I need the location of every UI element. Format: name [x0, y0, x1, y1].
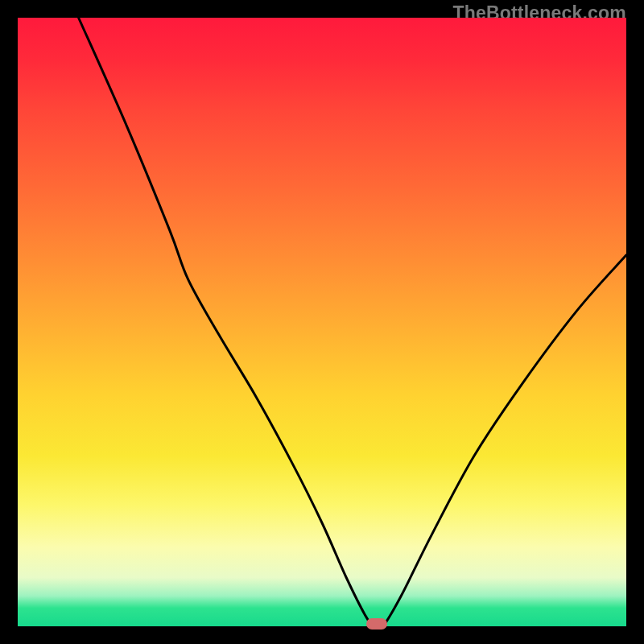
- chart-frame: TheBottleneck.com: [0, 0, 644, 644]
- bottleneck-curve: [18, 18, 626, 626]
- plot-area: [18, 18, 626, 626]
- optimal-marker: [366, 618, 387, 630]
